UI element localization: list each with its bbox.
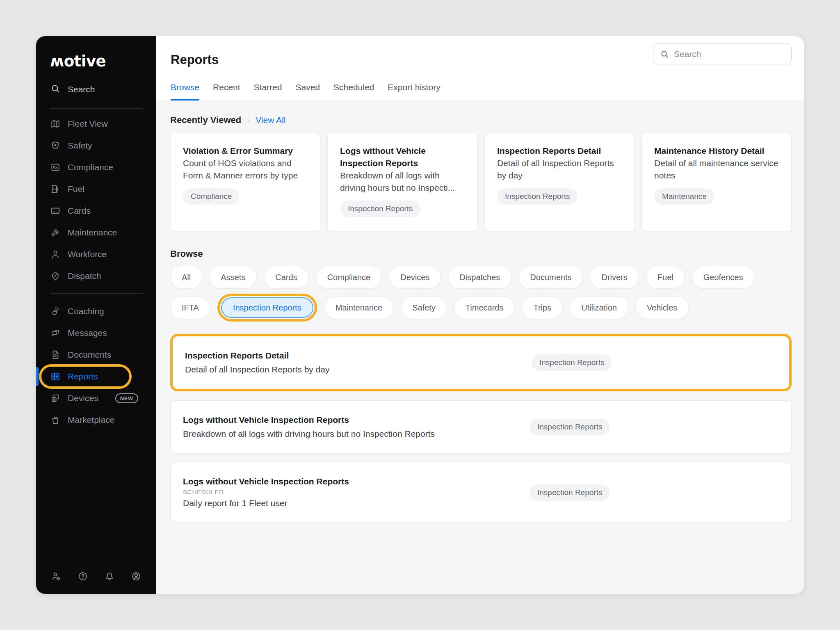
filter-chip-devices[interactable]: Devices (389, 266, 441, 289)
card-title: Inspection Reports Detail (497, 145, 601, 157)
filter-chip-dispatches[interactable]: Dispatches (448, 266, 511, 289)
category-tag: Inspection Reports (530, 484, 610, 501)
sidebar-item-safety[interactable]: Safety (36, 135, 156, 156)
tab-starred[interactable]: Starred (254, 82, 282, 100)
filter-chip-assets[interactable]: Assets (209, 266, 257, 289)
sidebar-item-maintenance[interactable]: Maintenance (36, 221, 156, 243)
report-card[interactable]: Violation & Error Summary Count of HOS v… (170, 133, 320, 231)
sidebar-item-fleet-view[interactable]: Fleet View (36, 113, 156, 135)
report-list: Inspection Reports Detail Detail of all … (170, 334, 792, 522)
help-icon[interactable] (78, 571, 88, 582)
location-pin-icon (50, 271, 61, 281)
sidebar-search-label: Search (68, 84, 95, 94)
report-row-title: Logs without Vehicle Inspection Reports (183, 475, 530, 488)
filter-chip-documents[interactable]: Documents (518, 266, 583, 289)
filter-chip-timecards[interactable]: Timecards (454, 296, 515, 319)
card-description: Count of HOS violations and Form & Manne… (183, 157, 308, 182)
divider (50, 293, 143, 294)
report-card[interactable]: Logs without Vehicle Inspection Reports … (327, 133, 477, 231)
person-icon (50, 249, 61, 260)
filter-chip-ifta[interactable]: IFTA (170, 296, 210, 319)
report-row-description: Detail of all Inspection Reports by day (185, 363, 532, 376)
sidebar-item-marketplace[interactable]: Marketplace (36, 409, 156, 431)
card-description: Breakdown of all logs with driving hours… (340, 169, 465, 194)
recently-viewed-cards: Violation & Error Summary Count of HOS v… (170, 133, 792, 231)
user-settings-icon[interactable] (51, 571, 62, 582)
document-icon (50, 349, 61, 360)
active-indicator (36, 367, 39, 386)
filter-chip-geofences[interactable]: Geofences (692, 266, 755, 289)
tab-bar: Browse Recent Starred Saved Scheduled Ex… (171, 82, 441, 100)
filter-chip-utilization[interactable]: Utilization (570, 296, 628, 319)
category-tag: Inspection Reports (497, 188, 578, 205)
motive-logo: ʍotive (36, 36, 156, 75)
card-description: Detail of all maintenance service notes (654, 157, 779, 182)
view-all-link[interactable]: View All (256, 115, 285, 125)
category-tag: Inspection Reports (532, 354, 612, 371)
new-badge: NEW (115, 393, 138, 403)
scheduled-label: SCHEDULED (183, 488, 530, 495)
filter-chip-compliance[interactable]: Compliance (316, 266, 382, 289)
whistle-icon (50, 306, 61, 317)
map-icon (50, 119, 61, 129)
sidebar-item-compliance[interactable]: Compliance (36, 156, 156, 178)
tab-browse[interactable]: Browse (171, 82, 199, 100)
report-card[interactable]: Inspection Reports Detail Detail of all … (484, 133, 635, 231)
filter-chip-drivers[interactable]: Drivers (590, 266, 639, 289)
sidebar-item-devices[interactable]: Devices NEW (36, 387, 156, 409)
search-icon (660, 50, 669, 59)
filter-chip-vehicles[interactable]: Vehicles (635, 296, 689, 319)
sidebar-search[interactable]: Search (36, 80, 156, 99)
report-row-logs-without-vir[interactable]: Logs without Vehicle Inspection Reports … (170, 400, 792, 454)
tab-recent[interactable]: Recent (213, 82, 240, 100)
sidebar-item-messages[interactable]: Messages (36, 322, 156, 344)
tab-saved[interactable]: Saved (295, 82, 320, 100)
filter-chip-all[interactable]: All (170, 266, 202, 289)
filter-chip-safety[interactable]: Safety (401, 296, 447, 319)
header-search-box (653, 43, 792, 64)
shield-icon (50, 140, 61, 151)
filter-chip-trips[interactable]: Trips (522, 296, 563, 319)
sidebar-item-documents[interactable]: Documents (36, 344, 156, 365)
filter-chip-cards[interactable]: Cards (264, 266, 308, 289)
sidebar-item-workforce[interactable]: Workforce (36, 243, 156, 265)
sidebar-item-cards[interactable]: Cards (36, 200, 156, 221)
report-row-text: Logs without Vehicle Inspection Reports … (183, 475, 530, 509)
app-window: ʍotive Search Fleet View Safety Complia (36, 36, 804, 594)
notifications-bell-icon[interactable] (104, 571, 115, 582)
report-table-icon (50, 371, 61, 382)
report-row-description: Daily report for 1 Fleet user (183, 497, 530, 509)
tab-export-history[interactable]: Export history (388, 82, 440, 100)
filter-chip-inspection-reports[interactable]: Inspection Reports (221, 297, 313, 318)
filter-chip-maintenance[interactable]: Maintenance (324, 296, 394, 319)
report-row-inspection-reports-detail[interactable]: Inspection Reports Detail Detail of all … (170, 334, 792, 391)
tab-scheduled[interactable]: Scheduled (333, 82, 374, 100)
sidebar-footer (36, 558, 156, 594)
browse-heading: Browse (170, 249, 792, 259)
report-row-text: Inspection Reports Detail Detail of all … (185, 349, 532, 376)
sidebar-item-coaching[interactable]: Coaching (36, 300, 156, 322)
sidebar-item-reports[interactable]: Reports (36, 365, 156, 387)
card-description: Detail of all Inspection Reports by day (497, 157, 622, 182)
content-area: Recently Viewed · View All Violation & E… (156, 101, 804, 531)
search-icon (50, 83, 61, 96)
filter-chip-fuel[interactable]: Fuel (646, 266, 685, 289)
sidebar-item-dispatch[interactable]: Dispatch (36, 265, 156, 287)
search-input[interactable] (674, 49, 791, 59)
category-tag: Inspection Reports (340, 201, 420, 217)
account-icon[interactable] (131, 571, 142, 582)
report-card[interactable]: Maintenance History Detail Detail of all… (641, 133, 792, 231)
category-tag: Compliance (183, 188, 240, 205)
category-tag: Maintenance (654, 188, 714, 205)
report-row-title: Inspection Reports Detail (185, 349, 532, 362)
category-tag: Inspection Reports (530, 419, 610, 435)
annotation-highlight-chip: Inspection Reports (217, 294, 317, 322)
card-title: Maintenance History Detail (654, 145, 764, 157)
report-row-text: Logs without Vehicle Inspection Reports … (183, 414, 530, 440)
sidebar-item-fuel[interactable]: Fuel (36, 178, 156, 200)
page-header: Reports Browse Recent Starred Saved Sche… (156, 36, 804, 101)
sidebar: ʍotive Search Fleet View Safety Complia (36, 36, 156, 594)
shopping-bag-icon (50, 415, 61, 425)
compliance-logs-icon (50, 162, 61, 173)
report-row-logs-without-vir-scheduled[interactable]: Logs without Vehicle Inspection Reports … (170, 463, 792, 522)
